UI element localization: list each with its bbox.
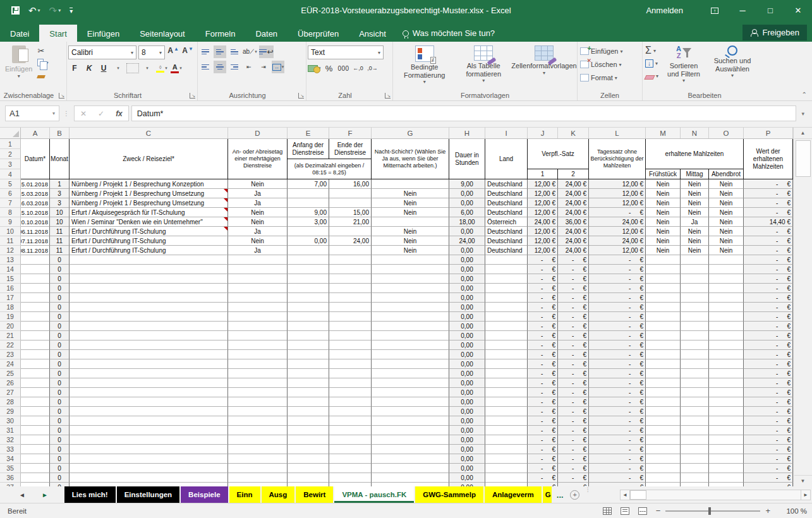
cell-E29[interactable] <box>288 407 329 416</box>
cell-H10[interactable]: 0,00 <box>449 227 485 236</box>
cell-E11[interactable]: 0,00 <box>288 236 329 246</box>
cell-P5[interactable]: -€ <box>744 179 793 189</box>
column-header-K[interactable]: K <box>558 128 589 138</box>
cell-B27[interactable]: 0 <box>50 388 70 397</box>
cell-J5[interactable]: 12,00 € <box>528 179 558 189</box>
cell-K16[interactable]: -€ <box>558 284 589 293</box>
cell-B11[interactable]: 11 <box>50 236 70 246</box>
cell-G24[interactable] <box>372 359 449 369</box>
format-cells-button[interactable]: Format▾ <box>580 73 622 83</box>
cell-M9[interactable]: Nein <box>646 217 681 227</box>
cell-L9[interactable]: 24,00 € <box>589 217 646 227</box>
cell-F37[interactable] <box>329 483 372 486</box>
column-header-M[interactable]: M <box>646 128 681 138</box>
cell-G15[interactable] <box>372 274 449 284</box>
cell-F11[interactable]: 24,00 <box>329 236 372 246</box>
row-header-8[interactable]: 8 <box>0 208 21 217</box>
save-icon[interactable] <box>11 6 20 15</box>
cell-O36[interactable] <box>709 473 744 483</box>
cell-C12[interactable]: Erfurt / Durchführung IT-Schulung <box>70 246 228 255</box>
column-header-H[interactable]: H <box>449 128 485 138</box>
cell-H24[interactable]: 0,00 <box>449 359 485 369</box>
cell-A17[interactable] <box>21 293 50 303</box>
cell-A24[interactable] <box>21 359 50 369</box>
cell-N36[interactable] <box>681 473 709 483</box>
cell-P15[interactable]: -€ <box>744 274 793 284</box>
customize-quick-access-icon[interactable]: ▾ <box>70 8 73 14</box>
ribbon-tab-start[interactable]: Start <box>39 25 76 42</box>
cell-B34[interactable]: 0 <box>50 454 70 464</box>
cell-D8[interactable]: Nein <box>228 208 288 217</box>
cell-A15[interactable] <box>21 274 50 284</box>
cell-H30[interactable]: 0,00 <box>449 416 485 426</box>
cell-M15[interactable] <box>646 274 681 284</box>
cell-B28[interactable]: 0 <box>50 397 70 407</box>
cell-B19[interactable]: 0 <box>50 312 70 322</box>
row-header-10[interactable]: 10 <box>0 227 21 236</box>
cell-C31[interactable] <box>70 426 228 435</box>
cell-A16[interactable] <box>21 284 50 293</box>
cell-K5[interactable]: 24,00 € <box>558 179 589 189</box>
cell-C16[interactable] <box>70 284 228 293</box>
header-cell-E[interactable]: Anfang der Dienstreise <box>288 139 329 159</box>
redo-button[interactable]: ↷▾ <box>49 6 61 15</box>
cell-D23[interactable] <box>228 350 288 359</box>
header-cell-B[interactable]: Monat <box>50 139 70 179</box>
cell-E12[interactable] <box>288 246 329 255</box>
cell-M7[interactable]: Nein <box>646 198 681 208</box>
cell-M19[interactable] <box>646 312 681 322</box>
cell-L15[interactable]: -€ <box>589 274 646 284</box>
cell-I14[interactable] <box>485 265 528 274</box>
cell-L16[interactable]: -€ <box>589 284 646 293</box>
cell-J6[interactable]: 12,00 € <box>528 189 558 198</box>
sheet-tab-anlageverm[interactable]: Anlageverm <box>485 486 542 503</box>
decrease-indent-button[interactable]: ⇤ <box>243 61 255 73</box>
number-format-combo[interactable]: Text▾ <box>308 45 384 59</box>
cell-I37[interactable] <box>485 483 528 486</box>
cell-N21[interactable] <box>681 331 709 340</box>
row-header-32[interactable]: 32 <box>0 435 21 445</box>
cell-H27[interactable]: 0,00 <box>449 388 485 397</box>
scroll-up-icon[interactable]: ▲ <box>794 128 812 139</box>
row-header-23[interactable]: 23 <box>0 350 21 359</box>
cell-P9[interactable]: 14,40 € <box>744 217 793 227</box>
sheet-tab-vpma-pausch-fk[interactable]: VPMA - pausch.FK <box>334 486 414 503</box>
orientation-button[interactable]: ab⟋▾ <box>243 45 257 58</box>
cell-E21[interactable] <box>288 331 329 340</box>
cell-D26[interactable] <box>228 378 288 388</box>
cell-M37[interactable] <box>646 483 681 486</box>
cell-D31[interactable] <box>228 426 288 435</box>
cell-E32[interactable] <box>288 435 329 445</box>
ribbon-tab-daten[interactable]: Daten <box>245 25 288 42</box>
row-header-33[interactable]: 33 <box>0 445 21 454</box>
cell-B15[interactable]: 0 <box>50 274 70 284</box>
cell-N28[interactable] <box>681 397 709 407</box>
cell-H15[interactable]: 0,00 <box>449 274 485 284</box>
cell-M27[interactable] <box>646 388 681 397</box>
cell-F33[interactable] <box>329 445 372 454</box>
row-header-11[interactable]: 11 <box>0 236 21 246</box>
cell-K13[interactable]: -€ <box>558 255 589 265</box>
row-header-6[interactable]: 6 <box>0 189 21 198</box>
zoom-slider[interactable] <box>665 510 760 512</box>
cell-J15[interactable]: -€ <box>528 274 558 284</box>
horizontal-scrollbar[interactable]: ◄ ► <box>620 486 812 503</box>
header-cell-F[interactable]: Ende der Dienstreise <box>329 139 372 159</box>
cell-C17[interactable] <box>70 293 228 303</box>
row-header-36[interactable]: 36 <box>0 473 21 483</box>
cut-button[interactable]: ✂ <box>37 45 48 56</box>
cell-F31[interactable] <box>329 426 372 435</box>
cell-G18[interactable] <box>372 303 449 312</box>
cell-O26[interactable] <box>709 378 744 388</box>
cell-N30[interactable] <box>681 416 709 426</box>
comma-style-button[interactable]: 000 <box>337 62 350 75</box>
cell-C28[interactable] <box>70 397 228 407</box>
cell-O34[interactable] <box>709 454 744 464</box>
cell-L5[interactable]: 12,00 € <box>589 179 646 189</box>
cell-O7[interactable]: Nein <box>709 198 744 208</box>
cell-A11[interactable]: 07.11.2018 <box>21 236 50 246</box>
cell-P37[interactable]: -€ <box>744 483 793 486</box>
cell-F35[interactable] <box>329 464 372 473</box>
cell-N9[interactable]: Ja <box>681 217 709 227</box>
cell-D25[interactable] <box>228 369 288 378</box>
